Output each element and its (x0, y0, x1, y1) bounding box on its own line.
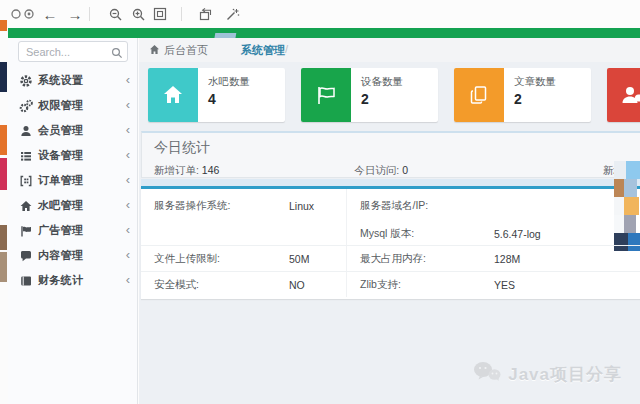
cell-value: 50M (276, 245, 346, 271)
cell-value: 128M (481, 245, 640, 271)
stat-card-members (607, 68, 640, 122)
list-icon (18, 148, 33, 163)
stat-card-articles: 文章数量 2 (454, 68, 591, 122)
breadcrumb-bar: 后台首页 系统管理 / (139, 38, 640, 62)
sidebar-item-label: 广告管理 (38, 223, 83, 238)
today-stats-title: 今日统计 (142, 133, 640, 159)
chevron-left-icon: ‹ (126, 272, 130, 287)
sidebar-item-waterbar[interactable]: 水吧管理 ‹ (8, 193, 137, 218)
sidebar-item-permissions[interactable]: 权限管理 ‹ (8, 93, 137, 118)
stat-card-label: 文章数量 (514, 75, 556, 89)
today-stats-panel: 今日统计 新增订单: 146 今日访问: 0 新增会员 (141, 131, 640, 178)
stat-value: 0 (402, 164, 408, 176)
sidebar: 系统设置 ‹ 权限管理 ‹ 会员管理 ‹ 设备管理 ‹ 订单管理 ‹ (8, 38, 138, 404)
sidebar-item-devices[interactable]: 设备管理 ‹ (8, 143, 137, 168)
stat-label: 今日访问: (354, 164, 399, 176)
cell-value (276, 222, 346, 245)
home-icon (18, 198, 33, 213)
comment-icon (18, 248, 33, 263)
cell-value: 5.6.47-log (481, 222, 640, 245)
strip-block (0, 125, 7, 155)
app-header-bar (8, 28, 640, 38)
home-icon (148, 68, 198, 122)
strip-block (0, 158, 7, 190)
breadcrumb-divider: / (285, 43, 288, 55)
stat-cards: 水吧数量 4 设备数量 2 文章数量 2 (148, 68, 640, 122)
watermark-text: Java项目分享 (508, 363, 622, 386)
gear-icon (18, 73, 33, 88)
cell-value: NO (276, 271, 346, 297)
sidebar-item-orders[interactable]: 订单管理 ‹ (8, 168, 137, 193)
gears-icon (18, 98, 33, 113)
breadcrumb-current[interactable]: 系统管理 (241, 43, 285, 58)
sidebar-item-finance[interactable]: 财务统计 ‹ (8, 268, 137, 293)
book-icon (18, 273, 33, 288)
chevron-left-icon: ‹ (126, 72, 130, 87)
strip-block (0, 252, 7, 282)
sidebar-item-label: 会员管理 (38, 123, 83, 138)
stat-card-value: 2 (514, 91, 556, 107)
browser-tab-strip (0, 20, 8, 404)
sidebar-item-label: 内容管理 (38, 248, 83, 263)
sidebar-item-label: 设备管理 (38, 148, 83, 163)
cell-value: Linux (276, 189, 346, 222)
sidebar-item-system-settings[interactable]: 系统设置 ‹ (8, 68, 137, 93)
sidebar-item-content[interactable]: 内容管理 ‹ (8, 243, 137, 268)
main-content: 后台首页 系统管理 / 水吧数量 4 设备数量 (139, 38, 640, 404)
cell-label: Zlib支持: (346, 271, 481, 297)
sidebar-item-label: 权限管理 (38, 98, 83, 113)
screenshot-toolbar: ← → (0, 0, 640, 28)
flag-icon (18, 223, 33, 238)
cell-label: 服务器操作系统: (141, 189, 276, 222)
zoom-out-icon[interactable] (106, 5, 124, 23)
cell-label: 最大占用内存: (346, 245, 481, 271)
fit-window-icon[interactable] (151, 5, 169, 23)
breadcrumb-home-link[interactable]: 后台首页 (149, 43, 208, 58)
user-plus-icon (607, 68, 640, 122)
watermark: Java项目分享 (472, 360, 622, 388)
sidebar-item-ads[interactable]: 广告管理 ‹ (8, 218, 137, 243)
sidebar-item-members[interactable]: 会员管理 ‹ (8, 118, 137, 143)
stat-card-devices: 设备数量 2 (301, 68, 438, 122)
chevron-left-icon: ‹ (126, 122, 130, 137)
strip-block (0, 62, 7, 92)
forward-arrow-icon[interactable]: → (66, 5, 84, 23)
sidebar-item-label: 财务统计 (38, 273, 83, 288)
rotate-icon[interactable] (196, 5, 214, 23)
stat-new-orders: 新增订单: 146 (154, 164, 219, 178)
chevron-left-icon: ‹ (126, 222, 130, 237)
mosaic-block (624, 179, 637, 197)
user-icon (18, 123, 33, 138)
chevron-left-icon: ‹ (126, 247, 130, 262)
flag-icon (301, 68, 351, 122)
strip-block (0, 20, 7, 31)
today-stats-row: 新增订单: 146 今日访问: 0 新增会员 (142, 159, 640, 178)
cell-label: 服务器域名/IP: (346, 189, 481, 222)
search-icon[interactable] (111, 45, 123, 63)
cell-label (141, 222, 276, 245)
stat-card-waterbar: 水吧数量 4 (148, 68, 285, 122)
stat-today-visits: 今日访问: 0 (354, 164, 408, 178)
mosaic-block (626, 161, 640, 179)
chevron-left-icon: ‹ (126, 97, 130, 112)
sidebar-search (18, 41, 128, 62)
mosaic-block (614, 161, 626, 179)
home-icon (149, 44, 160, 57)
cell-label: 文件上传限制: (141, 245, 276, 271)
sidebar-item-label: 系统设置 (38, 73, 83, 88)
stat-card-value: 2 (361, 91, 403, 107)
order-icon (18, 173, 33, 188)
record-dot-icon[interactable] (20, 5, 38, 23)
cell-value: YES (481, 271, 640, 297)
stat-label: 新增订单: (154, 164, 199, 176)
zoom-in-icon[interactable] (129, 5, 147, 23)
server-info-table: 服务器操作系统: Linux 服务器域名/IP: Mysql 版本: 5.6.4… (141, 189, 640, 297)
server-info-panel: 服务器操作系统: Linux 服务器域名/IP: Mysql 版本: 5.6.4… (141, 186, 640, 299)
wand-icon[interactable] (223, 5, 241, 23)
toolbar-separator (89, 7, 90, 21)
chevron-left-icon: ‹ (126, 197, 130, 212)
stat-card-label: 水吧数量 (208, 75, 250, 89)
breadcrumb-home-label: 后台首页 (164, 43, 208, 58)
stat-card-value: 4 (208, 91, 250, 107)
back-arrow-icon[interactable]: ← (41, 5, 59, 23)
